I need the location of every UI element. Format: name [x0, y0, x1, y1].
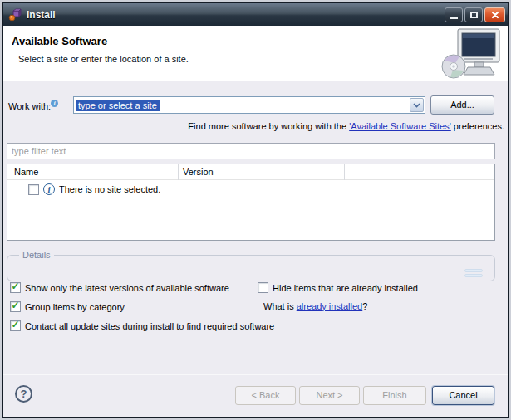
back-button[interactable]: < Back [235, 386, 296, 405]
finish-button[interactable]: Finish [363, 386, 426, 405]
option-label: Hide items that are already installed [273, 283, 418, 293]
software-table[interactable]: Name Version There is no site selected. [7, 164, 495, 241]
work-with-label-text: Work with: [8, 101, 51, 111]
contact-all-sites-checkbox[interactable] [10, 320, 21, 331]
chevron-down-icon [413, 103, 420, 108]
site-combobox[interactable]: type or select a site [73, 96, 425, 114]
already-installed-link[interactable]: already installed [297, 301, 363, 311]
what-is-suffix: ? [362, 301, 367, 311]
option-show-latest[interactable]: Show only the latest versions of availab… [10, 282, 229, 293]
cancel-button[interactable]: Cancel [432, 386, 494, 405]
close-button[interactable] [484, 7, 505, 22]
empty-table-message: There is no site selected. [59, 184, 160, 194]
find-more-hint: Find more software by working with the '… [188, 121, 504, 131]
row-checkbox[interactable] [28, 184, 39, 195]
next-button[interactable]: Next > [299, 386, 360, 405]
install-app-icon [8, 8, 22, 22]
filter-input[interactable] [7, 143, 495, 159]
add-button[interactable]: Add... [430, 95, 494, 115]
close-icon [491, 11, 499, 19]
option-label: Group items by category [25, 302, 125, 312]
group-by-category-checkbox[interactable] [10, 301, 21, 312]
help-icon: ? [21, 388, 27, 400]
page-title: Available Software [12, 35, 107, 47]
option-contact-all-sites[interactable]: Contact all update sites during install … [10, 320, 274, 331]
software-install-icon [440, 27, 501, 81]
minimize-icon [450, 17, 458, 19]
hide-installed-checkbox[interactable] [258, 282, 268, 293]
what-is-prefix: What is [263, 301, 297, 311]
available-software-sites-link[interactable]: 'Available Software Sites' [349, 121, 451, 131]
minimize-button[interactable] [445, 7, 463, 22]
maximize-button[interactable] [464, 7, 483, 22]
option-label: Show only the latest versions of availab… [25, 283, 229, 293]
help-button[interactable]: ? [15, 385, 32, 403]
table-header: Name Version [7, 164, 494, 180]
wizard-header: Available Software Select a site or ente… [3, 26, 508, 81]
titlebar[interactable]: Install [3, 3, 508, 26]
details-section: Details [7, 255, 495, 281]
hint-suffix: preferences. [451, 121, 504, 131]
column-header-name[interactable]: Name [14, 167, 38, 177]
table-row[interactable]: There is no site selected. [28, 183, 160, 195]
footer-divider [3, 374, 508, 374]
dialog-inner: Install Available Software Select a site… [3, 3, 508, 417]
window-title: Install [27, 9, 443, 21]
column-divider[interactable] [178, 164, 179, 180]
maximize-icon [470, 12, 478, 18]
site-combobox-value[interactable]: type or select a site [76, 100, 160, 111]
show-latest-checkbox[interactable] [10, 282, 21, 293]
install-dialog-window: Install Available Software Select a site… [0, 0, 511, 420]
resize-handle-icon[interactable] [464, 267, 483, 277]
hint-prefix: Find more software by working with the [188, 121, 349, 131]
option-hide-installed[interactable]: Hide items that are already installed [258, 282, 418, 293]
work-with-label: Work with: [8, 100, 58, 111]
details-label[interactable]: Details [19, 250, 54, 260]
option-group-by-category[interactable]: Group items by category [10, 301, 125, 312]
combobox-dropdown-button[interactable] [410, 98, 424, 112]
page-subtitle: Select a site or enter the location of a… [18, 54, 189, 64]
info-icon [43, 183, 55, 195]
column-divider[interactable] [344, 164, 345, 180]
option-label: Contact all update sites during install … [25, 321, 274, 331]
info-icon[interactable] [51, 100, 58, 107]
what-is-installed-line: What is already installed? [263, 301, 367, 311]
column-header-version[interactable]: Version [183, 167, 214, 177]
